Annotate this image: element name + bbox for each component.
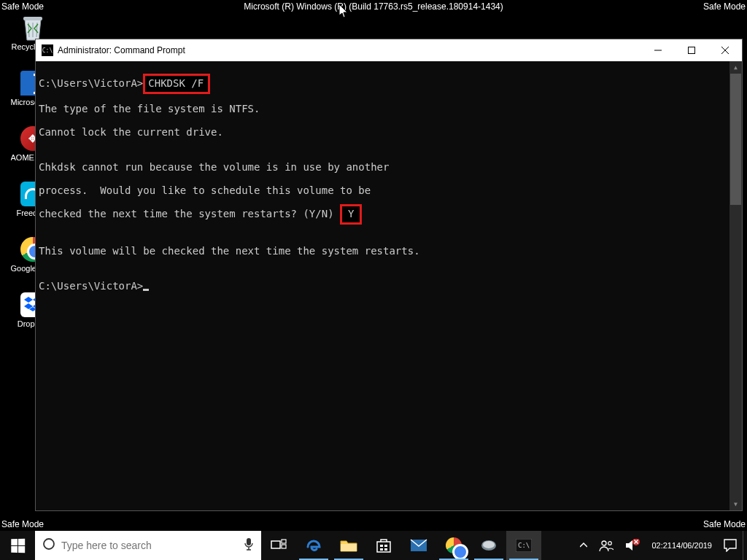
safe-mode-top-left: Safe Mode	[1, 1, 44, 12]
folder-icon	[340, 538, 357, 553]
chrome-icon	[446, 537, 462, 553]
svg-rect-8	[377, 542, 390, 552]
terminal-line: checked the next time the system restart…	[39, 208, 340, 219]
task-view-icon	[271, 539, 287, 552]
trash-icon	[20, 14, 45, 42]
tray-people-icon[interactable]	[593, 531, 619, 560]
safe-mode-bottom-left: Safe Mode	[1, 519, 44, 529]
text-cursor	[143, 289, 149, 291]
svg-rect-0	[23, 17, 42, 20]
svg-rect-1	[689, 47, 695, 54]
terminal-line: process. Would you like to schedule this…	[39, 184, 739, 196]
edge-icon	[305, 537, 322, 554]
taskbar-app-snip[interactable]	[471, 531, 506, 560]
svg-rect-3	[247, 538, 251, 545]
start-button[interactable]	[0, 531, 35, 560]
window-titlebar[interactable]: C:\ Administrator: Command Prompt	[36, 39, 742, 61]
svg-rect-12	[384, 548, 387, 551]
search-input[interactable]	[61, 540, 261, 551]
safe-mode-top-right: Safe Mode	[703, 1, 746, 12]
svg-rect-9	[380, 545, 383, 547]
svg-point-19	[608, 542, 612, 545]
prompt-path: C:\Users\VictorA>	[39, 77, 143, 89]
snipping-icon	[480, 538, 498, 553]
maximize-button[interactable]	[675, 39, 708, 61]
svg-rect-5	[282, 540, 286, 543]
taskbar-app-edge[interactable]	[296, 531, 331, 560]
taskbar-app-cmd[interactable]: C:\	[506, 531, 541, 560]
scroll-up-arrow-icon[interactable]: ▲	[729, 61, 742, 74]
tray-clock[interactable]: 02:21 14/06/2019	[646, 531, 718, 560]
svg-rect-4	[271, 541, 280, 548]
close-button[interactable]	[708, 39, 742, 61]
show-desktop-button[interactable]	[743, 531, 747, 560]
mail-icon	[410, 539, 427, 552]
y-answer-highlight: Y	[340, 204, 362, 225]
cortana-circle-icon	[42, 537, 55, 553]
cmd-icon: C:\	[516, 539, 532, 552]
svg-point-2	[44, 539, 54, 549]
terminal-line: Chkdsk cannot run because the volume is …	[39, 161, 739, 173]
terminal-line: This volume will be checked the next tim…	[39, 245, 739, 257]
windows-logo-icon	[11, 538, 25, 552]
desktop-top-labels: Safe Mode Microsoft (R) Windows (R) (Bui…	[0, 0, 747, 13]
svg-rect-7	[341, 544, 357, 551]
system-tray: 02:21 14/06/2019	[574, 531, 747, 560]
svg-point-18	[602, 541, 606, 545]
terminal-line: Cannot lock the current drive.	[39, 126, 739, 138]
tray-date: 14/06/2019	[672, 541, 712, 551]
store-icon	[376, 537, 392, 553]
svg-rect-11	[380, 548, 383, 551]
taskbar-app-explorer[interactable]	[331, 531, 366, 560]
terminal-line: The type of the file system is NTFS.	[39, 103, 739, 114]
chkdsk-command-highlight: CHKDSK /F	[143, 74, 210, 94]
scroll-down-arrow-icon[interactable]: ▼	[729, 498, 742, 510]
terminal-output[interactable]: C:\Users\VictorA>CHKDSK /F The type of t…	[36, 61, 742, 510]
taskbar-app-store[interactable]	[366, 531, 401, 560]
taskbar-app-chrome[interactable]	[436, 531, 471, 560]
tray-volume-icon[interactable]	[619, 531, 646, 560]
prompt-path: C:\Users\VictorA>	[39, 280, 143, 292]
svg-text:C:\: C:\	[518, 542, 530, 549]
tray-action-center-icon[interactable]	[718, 531, 743, 560]
safe-mode-bottom-right: Safe Mode	[703, 519, 746, 529]
tray-time: 02:21	[651, 541, 672, 551]
window-title: Administrator: Command Prompt	[58, 45, 185, 55]
minimize-button[interactable]	[641, 39, 675, 61]
command-prompt-window: C:\ Administrator: Command Prompt C:\Use…	[35, 39, 743, 511]
svg-point-15	[483, 541, 495, 548]
svg-rect-6	[282, 545, 286, 548]
taskbar: C:\ 02:21 14/06/2019	[0, 531, 747, 560]
microphone-icon[interactable]	[244, 537, 254, 553]
svg-rect-10	[384, 545, 387, 547]
task-view-button[interactable]	[261, 531, 296, 560]
tray-overflow-icon[interactable]	[574, 531, 593, 560]
cmd-app-icon: C:\	[42, 44, 53, 56]
taskbar-app-mail[interactable]	[401, 531, 436, 560]
windows-build-label: Microsoft (R) Windows (R) (Build 17763.r…	[244, 1, 503, 12]
vertical-scrollbar[interactable]: ▲ ▼	[729, 61, 742, 510]
scrollbar-thumb[interactable]	[730, 74, 741, 205]
taskbar-search[interactable]	[35, 531, 261, 560]
